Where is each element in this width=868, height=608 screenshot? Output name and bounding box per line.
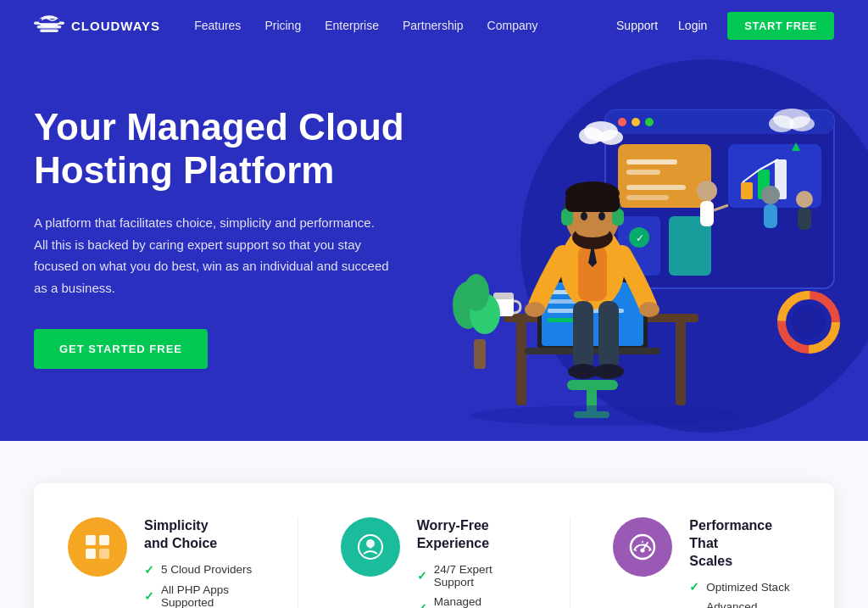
hero-heading: Your Managed Cloud Hosting Platform [34,106,404,192]
svg-point-75 [796,191,813,208]
svg-point-79 [792,305,826,339]
svg-rect-2 [40,30,58,33]
svg-point-88 [631,535,654,559]
nav-enterprise[interactable]: Enterprise [325,19,379,32]
hero-content: Your Managed Cloud Hosting Platform A pl… [34,106,404,369]
svg-point-70 [697,181,717,201]
svg-point-73 [761,186,780,204]
logo-icon [34,15,64,36]
svg-rect-81 [86,535,96,545]
svg-point-29 [599,130,623,145]
svg-rect-65 [493,293,514,299]
svg-rect-17 [741,182,753,199]
svg-rect-21 [626,159,677,165]
svg-text:✓: ✓ [636,232,644,244]
svg-rect-57 [565,193,620,212]
divider-1 [298,517,298,608]
svg-rect-74 [764,204,777,228]
feature-simplicity: Simplicity and Choice 5 Cloud Providers … [68,517,255,608]
hero-illustration: ✓ [427,51,868,441]
simplicity-text: Simplicity and Choice 5 Cloud Providers … [144,517,255,608]
start-free-button[interactable]: START FREE [727,12,834,40]
svg-point-87 [369,545,372,549]
svg-point-51 [576,224,609,237]
nav-support[interactable]: Support [616,19,658,32]
svg-rect-66 [474,339,486,369]
svg-rect-23 [626,185,686,190]
svg-point-90 [641,549,645,553]
list-item: Advanced Caching [689,600,800,608]
svg-rect-61 [598,301,619,369]
performance-list: Optimized Stack Advanced Caching PHP 7 R… [689,580,800,608]
performance-icon-wrap [613,517,672,577]
svg-rect-84 [99,549,109,559]
performance-title: Performance That Scales [689,517,800,570]
svg-point-32 [789,116,815,131]
svg-rect-35 [676,321,686,405]
worryfree-icon-wrap [341,517,400,577]
simplicity-icon [82,532,113,562]
performance-text: Performance That Scales Optimized Stack … [689,517,800,608]
divider-2 [570,517,570,608]
nav-links: Features Pricing Enterprise Partnership … [194,19,616,32]
svg-point-63 [593,364,624,379]
svg-rect-83 [86,549,96,559]
worryfree-title: Worry-Free Experience [417,517,528,553]
svg-point-53 [598,212,605,220]
svg-rect-22 [626,170,660,175]
svg-point-11 [632,118,640,126]
nav-features[interactable]: Features [194,19,241,32]
svg-point-52 [581,212,587,220]
svg-point-69 [464,274,489,311]
features-section: Simplicity and Choice 5 Cloud Providers … [0,441,868,608]
worryfree-icon [355,532,386,562]
svg-rect-82 [99,535,109,545]
get-started-button[interactable]: GET STARTED FREE [34,329,208,369]
nav-partnership[interactable]: Partnership [403,19,464,32]
list-item: Optimized Stack [689,580,800,594]
logo-text: CLOUDWAYS [71,19,160,33]
feature-performance: Performance That Scales Optimized Stack … [613,517,800,608]
hero-artwork: ✓ [436,59,860,432]
hero-description: A platform that facilitates choice, simp… [34,212,390,298]
list-item: 24/7 Expert Support [417,563,528,588]
worryfree-list: 24/7 Expert Support Managed Backups Mana… [417,563,528,608]
performance-icon [627,532,658,562]
svg-point-59 [639,302,659,317]
simplicity-title: Simplicity and Choice [144,517,255,553]
features-card: Simplicity and Choice 5 Cloud Providers … [34,483,834,608]
nav-company[interactable]: Company [487,19,538,32]
hero-section: Your Managed Cloud Hosting Platform A pl… [0,51,868,441]
nav-login[interactable]: Login [678,19,707,32]
simplicity-icon-wrap [68,517,127,577]
svg-point-10 [618,118,626,126]
feature-worry-free: Worry-Free Experience 24/7 Expert Suppor… [341,517,528,608]
list-item: 5 Cloud Providers [144,563,255,577]
nav-pricing[interactable]: Pricing [264,19,301,32]
svg-point-12 [645,118,654,126]
svg-rect-34 [516,321,526,405]
svg-rect-71 [700,201,714,226]
list-item: Managed Backups [417,595,528,608]
nav-right: Support Login START FREE [616,12,834,40]
logo[interactable]: CLOUDWAYS [34,15,160,36]
svg-point-58 [525,302,545,317]
worryfree-text: Worry-Free Experience 24/7 Expert Suppor… [417,517,528,608]
navbar: CLOUDWAYS Features Pricing Enterprise Pa… [0,0,868,51]
svg-rect-76 [798,208,811,230]
svg-rect-24 [626,195,669,200]
list-item: All PHP Apps Supported [144,583,255,608]
svg-point-28 [579,127,603,144]
svg-point-80 [470,405,741,426]
svg-rect-60 [573,301,593,369]
simplicity-list: 5 Cloud Providers All PHP Apps Supported… [144,563,255,608]
